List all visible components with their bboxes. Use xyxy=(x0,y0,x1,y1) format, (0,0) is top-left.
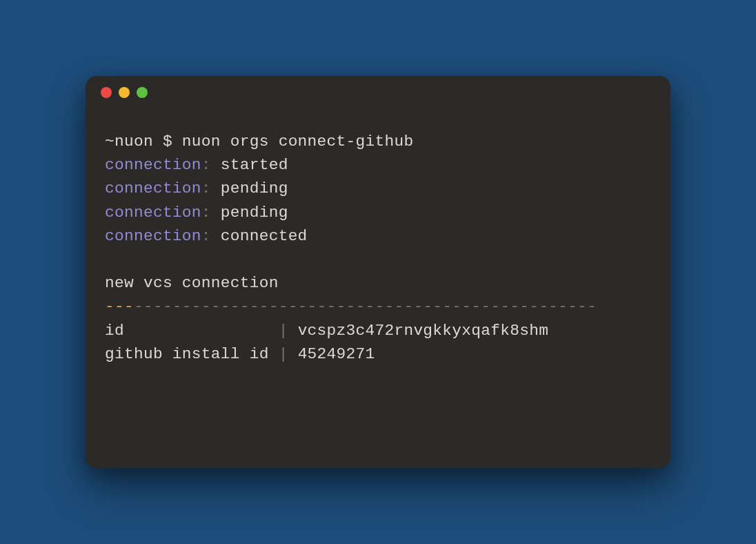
status-colon: : xyxy=(201,179,211,197)
titlebar xyxy=(86,76,670,105)
blank-line xyxy=(105,248,651,271)
status-value: pending xyxy=(211,204,288,222)
status-label: connection xyxy=(105,179,201,197)
divider-gray: ----------------------------------------… xyxy=(134,298,597,315)
status-line: connection: pending xyxy=(105,201,651,224)
table-value: vcspz3c472rnvgkkyxqafk8shm xyxy=(298,322,549,340)
terminal-output: ~nuon $ nuon orgs connect-githubconnecti… xyxy=(86,105,670,468)
status-value: connected xyxy=(211,227,308,245)
prompt-symbol: $ xyxy=(153,133,182,150)
prompt-command: nuon orgs connect-github xyxy=(182,133,414,150)
status-label: connection xyxy=(105,227,201,245)
status-label: connection xyxy=(105,204,201,222)
status-value: started xyxy=(211,156,288,174)
table-value: 45249271 xyxy=(298,345,375,363)
terminal-window: ~nuon $ nuon orgs connect-githubconnecti… xyxy=(86,76,670,468)
status-value: pending xyxy=(211,179,288,197)
status-line: connection: connected xyxy=(105,224,651,248)
table-row: id | vcspz3c472rnvgkkyxqafk8shm xyxy=(105,319,651,342)
status-line: connection: started xyxy=(105,153,651,177)
status-colon: : xyxy=(201,156,211,174)
status-label: connection xyxy=(105,156,201,174)
prompt-line: ~nuon $ nuon orgs connect-github xyxy=(105,130,651,153)
minimize-icon[interactable] xyxy=(119,87,130,98)
divider-orange: --- xyxy=(105,298,134,315)
table-sep: | xyxy=(269,345,298,363)
table-key: github install id xyxy=(105,345,269,363)
table-row: github install id | 45249271 xyxy=(105,342,651,366)
prompt-path: ~nuon xyxy=(105,133,153,150)
close-icon[interactable] xyxy=(101,87,112,98)
table-sep: | xyxy=(269,322,298,340)
status-line: connection: pending xyxy=(105,177,651,200)
status-colon: : xyxy=(201,227,211,245)
divider-line: ----------------------------------------… xyxy=(105,295,651,318)
status-colon: : xyxy=(201,204,211,222)
maximize-icon[interactable] xyxy=(137,87,148,98)
section-title: new vcs connection xyxy=(105,271,651,295)
table-key: id xyxy=(105,322,269,340)
